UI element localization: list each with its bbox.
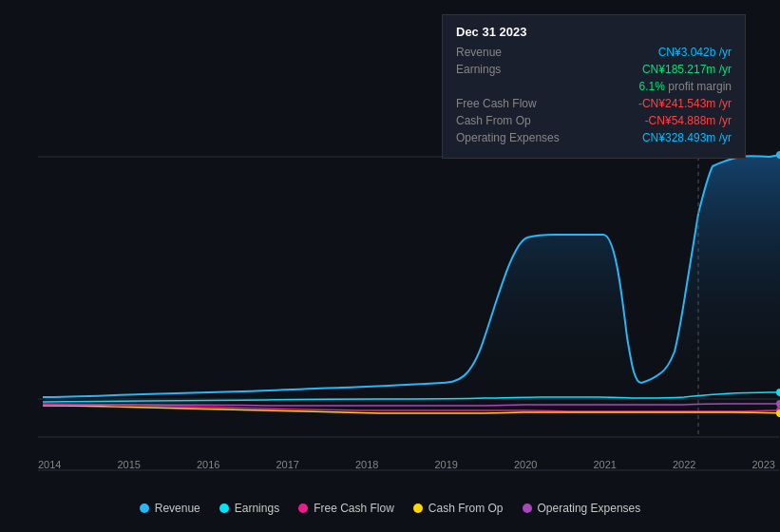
legend-dot-earnings [219, 504, 229, 513]
profit-margin-value: 6.1% profit margin [639, 80, 732, 93]
opex-value: CN¥328.493m /yr [642, 131, 732, 144]
x-label-2016: 2016 [197, 459, 219, 470]
revenue-value: CN¥3.042b /yr [658, 46, 732, 59]
x-label-2014: 2014 [38, 459, 61, 470]
legend-earnings[interactable]: Earnings [219, 502, 279, 515]
x-label-2023: 2023 [752, 459, 775, 470]
chart-svg [0, 147, 780, 484]
legend-fcf[interactable]: Free Cash Flow [298, 502, 394, 515]
legend-dot-opex [523, 504, 532, 513]
tooltip-box: Dec 31 2023 Revenue CN¥3.042b /yr Earnin… [442, 14, 746, 159]
legend-dot-cash-from-op [413, 504, 423, 513]
x-label-2018: 2018 [355, 459, 378, 470]
chart-legend: Revenue Earnings Free Cash Flow Cash Fro… [0, 502, 780, 515]
chart-container: Dec 31 2023 Revenue CN¥3.042b /yr Earnin… [0, 0, 780, 532]
x-label-2017: 2017 [276, 459, 299, 470]
opex-label: Operating Expenses [456, 131, 570, 144]
legend-label-fcf: Free Cash Flow [314, 502, 394, 515]
x-label-2022: 2022 [673, 459, 695, 470]
x-label-2019: 2019 [435, 459, 458, 470]
earnings-value: CN¥185.217m /yr [642, 63, 732, 76]
fcf-row: Free Cash Flow -CN¥241.543m /yr [456, 97, 732, 110]
revenue-label: Revenue [456, 46, 570, 59]
opex-row: Operating Expenses CN¥328.493m /yr [456, 131, 732, 144]
earnings-row: Earnings CN¥185.217m /yr [456, 63, 732, 76]
legend-label-cash-from-op: Cash From Op [428, 502, 504, 515]
legend-label-revenue: Revenue [155, 502, 200, 515]
tooltip-date: Dec 31 2023 [456, 25, 732, 39]
x-label-2015: 2015 [118, 459, 141, 470]
revenue-row: Revenue CN¥3.042b /yr [456, 46, 732, 59]
x-label-2020: 2020 [514, 459, 537, 470]
earnings-label: Earnings [456, 63, 570, 76]
legend-dot-fcf [298, 504, 308, 513]
svg-rect-0 [0, 147, 780, 484]
legend-dot-revenue [140, 504, 149, 513]
legend-revenue[interactable]: Revenue [140, 502, 200, 515]
fcf-value: -CN¥241.543m /yr [638, 97, 732, 110]
legend-label-earnings: Earnings [235, 502, 279, 515]
x-axis-labels: 2014 2015 2016 2017 2018 2019 2020 2021 … [38, 459, 775, 470]
fcf-label: Free Cash Flow [456, 97, 570, 110]
cash-from-op-label: Cash From Op [456, 114, 570, 127]
legend-opex[interactable]: Operating Expenses [523, 502, 641, 515]
cash-from-op-row: Cash From Op -CN¥54.888m /yr [456, 114, 732, 127]
profit-margin-row: 6.1% profit margin [456, 80, 732, 93]
legend-label-opex: Operating Expenses [538, 502, 641, 515]
x-label-2021: 2021 [594, 459, 617, 470]
legend-cash-from-op[interactable]: Cash From Op [413, 502, 504, 515]
cash-from-op-value: -CN¥54.888m /yr [645, 114, 732, 127]
